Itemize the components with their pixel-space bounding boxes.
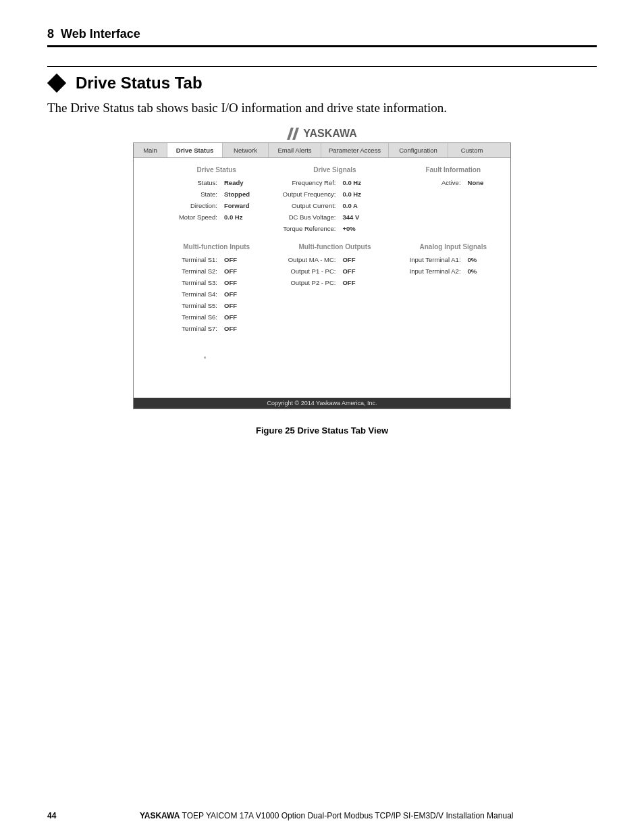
kv-label: Terminal S1:: [163, 256, 224, 263]
kv-label: Terminal S7:: [163, 325, 224, 332]
kv-value: OFF: [224, 313, 237, 321]
kv-label: Terminal S2:: [163, 267, 224, 275]
kv-value: OFF: [224, 302, 237, 309]
kv-row: Output Frequency:0.0 Hz: [273, 190, 396, 198]
kv-value: OFF: [342, 279, 355, 286]
tab-parameter-access[interactable]: Parameter Access: [321, 143, 389, 157]
tab-main[interactable]: Main: [134, 143, 167, 157]
tab-bar: Main Drive Status Network Email Alerts P…: [134, 143, 510, 158]
heading-mfo: Multi-function Outputs: [273, 243, 396, 251]
screenshot: YASKAWA Main Drive Status Network Email …: [133, 128, 511, 436]
kv-value: 0%: [468, 256, 477, 263]
upper-columns: Drive Status Status:ReadyState:StoppedDi…: [163, 166, 506, 236]
kv-row: Terminal S4:OFF: [163, 290, 269, 298]
kv-value: OFF: [224, 256, 237, 263]
kv-value: OFF: [342, 267, 355, 275]
section-rule: [47, 66, 597, 67]
heading-drive-status: Drive Status: [163, 166, 269, 174]
kv-value: 0.0 A: [342, 202, 357, 209]
chapter-number: 8: [47, 27, 54, 41]
figure-caption: Figure 25 Drive Status Tab View: [133, 425, 511, 436]
kv-label: Frequency Ref:: [273, 179, 342, 186]
kv-label: Active:: [400, 179, 468, 186]
kv-value: 0.0 Hz: [342, 179, 360, 186]
kv-label: State:: [163, 190, 224, 198]
kv-value: Ready: [224, 179, 244, 186]
col-mfi: Multi-function Inputs Terminal S1:OFFTer…: [163, 243, 269, 336]
kv-value: 0.0 Hz: [224, 213, 242, 221]
kv-row: Output Current:0.0 A: [273, 202, 396, 209]
section-title: Drive Status Tab: [76, 74, 203, 93]
kv-row: Terminal S2:OFF: [163, 267, 269, 275]
kv-value: Forward: [224, 202, 249, 209]
kv-label: Motor Speed:: [163, 213, 224, 221]
dot-mark: [204, 357, 206, 359]
tab-custom[interactable]: Custom: [448, 143, 495, 157]
kv-label: Output MA - MC:: [273, 256, 342, 263]
kv-row: Direction:Forward: [163, 202, 269, 209]
kv-row: Terminal S3:OFF: [163, 279, 269, 286]
kv-label: Torque Reference:: [273, 225, 342, 232]
kv-value: Stopped: [224, 190, 250, 198]
kv-label: Terminal S3:: [163, 279, 224, 286]
kv-value: None: [468, 179, 484, 186]
brand-row: YASKAWA: [133, 128, 511, 140]
chapter-title: Web Interface: [61, 27, 140, 41]
heading-ais: Analog Input Signals: [400, 243, 506, 251]
kv-value: OFF: [224, 267, 237, 275]
col-fault-info: Fault Information Active:None: [400, 166, 506, 236]
kv-label: Direction:: [163, 202, 224, 209]
kv-row: Terminal S6:OFF: [163, 313, 269, 321]
kv-row: Input Terminal A1:0%: [400, 256, 506, 263]
col-ais: Analog Input Signals Input Terminal A1:0…: [400, 243, 506, 336]
copyright-bar: Copyright © 2014 Yaskawa America, Inc.: [134, 398, 510, 409]
kv-row: State:Stopped: [163, 190, 269, 198]
kv-label: Output P2 - PC:: [273, 279, 342, 286]
heading-fault-info: Fault Information: [400, 166, 506, 174]
kv-label: Input Terminal A2:: [400, 267, 468, 275]
kv-value: 0.0 Hz: [342, 190, 360, 198]
kv-value: OFF: [224, 325, 237, 332]
section-title-row: Drive Status Tab: [47, 74, 597, 93]
web-ui-window: Main Drive Status Network Email Alerts P…: [133, 142, 511, 409]
kv-row: Motor Speed:0.0 Hz: [163, 213, 269, 221]
kv-value: OFF: [224, 279, 237, 286]
brand-text: YASKAWA: [303, 128, 356, 140]
page-header: 8 Web Interface: [47, 27, 597, 47]
kv-row: Input Terminal A2:0%: [400, 267, 506, 275]
kv-row: Terminal S7:OFF: [163, 325, 269, 332]
kv-row: Output MA - MC:OFF: [273, 256, 396, 263]
kv-row: Frequency Ref:0.0 Hz: [273, 179, 396, 186]
kv-value: 0%: [468, 267, 477, 275]
col-drive-signals: Drive Signals Frequency Ref:0.0 HzOutput…: [273, 166, 396, 236]
kv-label: Output Current:: [273, 202, 342, 209]
kv-label: Terminal S6:: [163, 313, 224, 321]
kv-row: DC Bus Voltage:344 V: [273, 213, 396, 221]
tab-network[interactable]: Network: [223, 143, 269, 157]
kv-row: Output P2 - PC:OFF: [273, 279, 396, 286]
kv-row: Active:None: [400, 179, 506, 186]
kv-label: DC Bus Voltage:: [273, 213, 342, 221]
heading-mfi: Multi-function Inputs: [163, 243, 269, 251]
tab-drive-status[interactable]: Drive Status: [167, 143, 223, 157]
kv-row: Terminal S1:OFF: [163, 256, 269, 263]
kv-row: Output P1 - PC:OFF: [273, 267, 396, 275]
kv-label: Status:: [163, 179, 224, 186]
tab-configuration[interactable]: Configuration: [389, 143, 448, 157]
kv-label: Output P1 - PC:: [273, 267, 342, 275]
lower-columns: Multi-function Inputs Terminal S1:OFFTer…: [163, 243, 506, 336]
kv-label: Input Terminal A1:: [400, 256, 468, 263]
panel: Drive Status Status:ReadyState:StoppedDi…: [134, 158, 510, 398]
kv-value: OFF: [224, 290, 237, 298]
kv-row: Terminal S5:OFF: [163, 302, 269, 309]
brand-icon: [287, 128, 299, 140]
intro-text: The Drive Status tab shows basic I/O inf…: [47, 101, 597, 115]
diamond-icon: [47, 74, 66, 93]
kv-label: Terminal S4:: [163, 290, 224, 298]
kv-row: Status:Ready: [163, 179, 269, 186]
tab-email-alerts[interactable]: Email Alerts: [269, 143, 321, 157]
heading-drive-signals: Drive Signals: [273, 166, 396, 174]
kv-value: +0%: [342, 225, 355, 232]
kv-value: OFF: [342, 256, 355, 263]
kv-label: Terminal S5:: [163, 302, 224, 309]
